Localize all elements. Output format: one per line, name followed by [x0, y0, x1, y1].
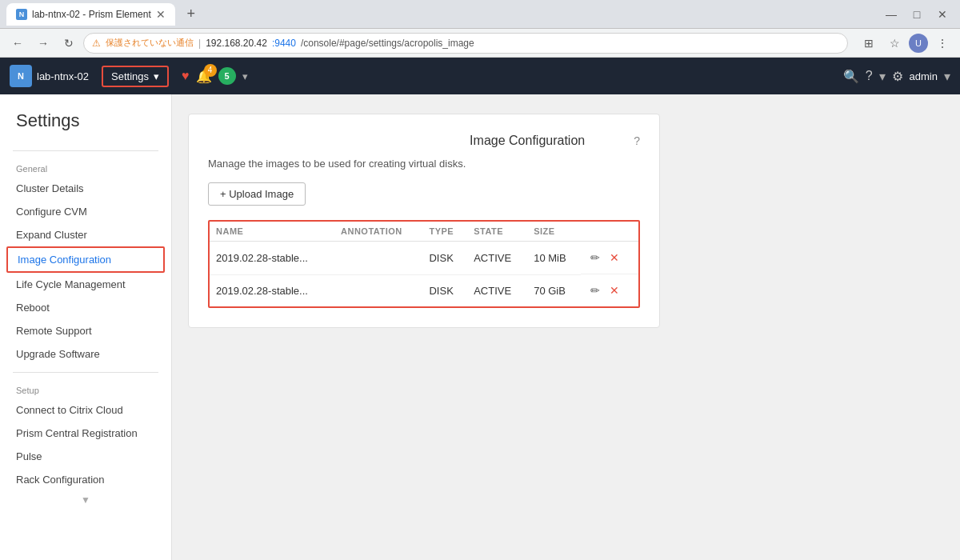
- col-size: SIZE: [527, 222, 581, 242]
- sidebar-item-citrix-cloud[interactable]: Connect to Citrix Cloud: [0, 398, 171, 422]
- cluster-name-label: lab-ntnx-02: [37, 70, 89, 82]
- sidebar-heading: Settings: [0, 110, 171, 144]
- row2-state: ACTIVE: [467, 274, 527, 306]
- sidebar-item-cluster-details[interactable]: Cluster Details: [0, 177, 171, 200]
- settings-nav-chevron: ▾: [154, 70, 159, 82]
- translate-icon[interactable]: ⊞: [858, 32, 880, 54]
- sidebar-label-configure-cvm: Configure CVM: [16, 206, 87, 218]
- sidebar: Settings General Cluster Details Configu…: [0, 94, 172, 560]
- maximize-button[interactable]: □: [906, 3, 928, 26]
- card-help-button[interactable]: ?: [634, 134, 640, 147]
- address-host: 192.168.20.42: [206, 38, 267, 49]
- minimize-button[interactable]: —: [880, 3, 902, 26]
- sidebar-item-remote-support[interactable]: Remote Support: [0, 319, 171, 342]
- admin-chevron-icon: ▾: [944, 69, 950, 84]
- sidebar-item-expand-cluster[interactable]: Expand Cluster: [0, 223, 171, 246]
- alerts-badge: 4: [204, 64, 217, 77]
- security-warning-icon: ⚠: [92, 38, 101, 49]
- sidebar-label-upgrade-software: Upgrade Software: [16, 348, 100, 360]
- back-button[interactable]: ←: [6, 32, 29, 54]
- address-separator: |: [198, 38, 201, 49]
- sidebar-item-reboot[interactable]: Reboot: [0, 296, 171, 319]
- nutanix-logo: N: [10, 65, 32, 87]
- row1-type: DISK: [422, 242, 467, 275]
- address-bar-row: ← → ↻ ⚠ 保護されていない通信 | 192.168.20.42:9440/…: [0, 29, 960, 58]
- tab-favicon: N: [16, 9, 27, 20]
- row1-name: 2019.02.28-stable...: [210, 242, 334, 275]
- header-status-icons: ♥ 🔔 4 5 ▾: [182, 67, 248, 85]
- tasks-chevron: ▾: [242, 70, 248, 82]
- sidebar-label-expand-cluster: Expand Cluster: [16, 229, 87, 241]
- sidebar-label-cluster-details: Cluster Details: [16, 182, 84, 194]
- sidebar-item-pulse[interactable]: Pulse: [0, 445, 171, 468]
- gear-icon[interactable]: ⚙: [892, 69, 903, 84]
- row1-size: 10 MiB: [527, 242, 581, 275]
- sidebar-item-image-configuration[interactable]: Image Configuration: [6, 246, 165, 273]
- upload-image-label: + Upload Image: [220, 188, 294, 200]
- address-path: /console/#page/settings/acropolis_image: [301, 38, 474, 49]
- sidebar-label-citrix-cloud: Connect to Citrix Cloud: [16, 404, 123, 416]
- health-heart-icon[interactable]: ♥: [182, 69, 190, 83]
- row2-type: DISK: [422, 274, 467, 306]
- address-bar[interactable]: ⚠ 保護されていない通信 | 192.168.20.42:9440/consol…: [83, 33, 848, 54]
- forward-button[interactable]: →: [32, 32, 54, 54]
- search-icon[interactable]: 🔍: [843, 69, 859, 84]
- active-browser-tab[interactable]: N lab-ntnx-02 - Prism Element ✕: [6, 3, 175, 26]
- browser-tab-bar: N lab-ntnx-02 - Prism Element ✕ + — □ ✕: [0, 0, 960, 29]
- settings-nav-dropdown[interactable]: Settings ▾: [102, 66, 169, 87]
- help-icon[interactable]: ?: [866, 69, 873, 83]
- sidebar-item-rack-config[interactable]: Rack Configuration: [0, 468, 171, 491]
- tasks-badge[interactable]: 5: [218, 67, 236, 85]
- sidebar-divider-top: [13, 150, 158, 151]
- address-port: :9440: [272, 38, 296, 49]
- sidebar-item-upgrade-software[interactable]: Upgrade Software: [0, 342, 171, 366]
- close-button[interactable]: ✕: [931, 3, 954, 26]
- upload-image-button[interactable]: + Upload Image: [208, 182, 306, 206]
- sidebar-label-rack-config: Rack Configuration: [16, 474, 105, 486]
- images-table-body: 2019.02.28-stable... DISK ACTIVE 10 MiB …: [210, 242, 638, 307]
- browser-right-icons: ⊞ ☆ U ⋮: [858, 32, 954, 54]
- col-actions: [581, 222, 638, 242]
- logo-area: N lab-ntnx-02: [10, 65, 89, 87]
- col-state: STATE: [467, 222, 527, 242]
- row1-state: ACTIVE: [467, 242, 527, 275]
- row2-edit-button[interactable]: ✏: [587, 282, 603, 298]
- more-options-icon[interactable]: ⋮: [931, 32, 954, 54]
- sidebar-scroll-indicator: ▼: [0, 491, 171, 509]
- content-area: Image Configuration ? Manage the images …: [172, 94, 960, 560]
- card-subtitle: Manage the images to be used for creatin…: [208, 158, 640, 170]
- bookmark-icon[interactable]: ☆: [883, 32, 906, 54]
- table-header-row: NAME ANNOTATION TYPE STATE SIZE: [210, 222, 638, 242]
- row1-edit-button[interactable]: ✏: [587, 250, 603, 266]
- sidebar-label-lifecycle-mgmt: Life Cycle Management: [16, 278, 126, 290]
- row2-size: 70 GiB: [527, 274, 581, 306]
- table-row: 2019.02.28-stable... DISK ACTIVE 70 GiB …: [210, 274, 638, 306]
- row2-actions: ✏ ✕: [581, 274, 638, 306]
- sidebar-item-prism-central[interactable]: Prism Central Registration: [0, 422, 171, 445]
- sidebar-item-configure-cvm[interactable]: Configure CVM: [0, 200, 171, 223]
- admin-username-label: admin: [910, 70, 938, 82]
- help-chevron-icon: ▾: [879, 69, 886, 84]
- image-configuration-card: Image Configuration ? Manage the images …: [188, 114, 660, 328]
- row2-delete-button[interactable]: ✕: [606, 282, 622, 298]
- images-table-header: NAME ANNOTATION TYPE STATE SIZE: [210, 222, 638, 242]
- new-tab-button[interactable]: +: [182, 5, 201, 24]
- sidebar-label-pulse: Pulse: [16, 450, 42, 462]
- chrome-user-avatar[interactable]: U: [909, 34, 928, 53]
- settings-nav-label: Settings: [111, 70, 149, 82]
- sidebar-divider-mid: [13, 372, 158, 373]
- sidebar-label-remote-support: Remote Support: [16, 325, 92, 337]
- sidebar-item-lifecycle-mgmt[interactable]: Life Cycle Management: [0, 273, 171, 296]
- refresh-button[interactable]: ↻: [58, 32, 80, 54]
- alerts-bell-icon[interactable]: 🔔 4: [196, 69, 212, 84]
- header-right-actions: 🔍 ? ▾ ⚙ admin ▾: [843, 69, 950, 84]
- table-row: 2019.02.28-stable... DISK ACTIVE 10 MiB …: [210, 242, 638, 275]
- col-type: TYPE: [422, 222, 467, 242]
- images-table-wrapper: NAME ANNOTATION TYPE STATE SIZE 2019.02.…: [208, 220, 640, 308]
- row1-delete-button[interactable]: ✕: [606, 250, 622, 266]
- col-annotation: ANNOTATION: [334, 222, 422, 242]
- card-title: Image Configuration: [421, 134, 634, 148]
- main-layout: Settings General Cluster Details Configu…: [0, 94, 960, 560]
- tab-close-button[interactable]: ✕: [156, 9, 166, 20]
- row2-annotation: [334, 274, 422, 306]
